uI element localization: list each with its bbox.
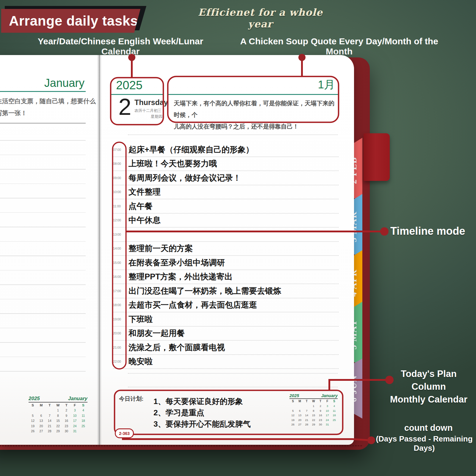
timeline-time: 19:00 [113,317,126,321]
plan-label: 今日计划: [119,395,143,403]
calendar-cell: 27 [296,422,303,427]
page-gutter [97,55,102,445]
calendar-cell [37,408,45,413]
bookmark-ribbon [364,133,390,181]
dotted-rule [128,134,338,135]
timeline-task: 文件整理 [129,187,161,197]
mini-calendar-plan: 2025 January SMTWTFS 1234567891011121314… [289,393,338,427]
cover-stitching [0,445,362,446]
calendar-cell: 24 [71,424,79,429]
mini-calendar-left: 2025 January SMTWTFS 1234567891011121314… [29,396,87,434]
timeline-time: 09:00 [113,176,126,180]
left-divider [0,123,86,123]
calendar-cell: 3 [324,404,331,408]
calendar-cell: 13 [296,413,303,418]
calendar-cell: 13 [37,418,45,424]
timeline-task: 下班啦 [129,314,153,325]
timeline-task: 去超市买一点食材，再去面包店逛逛 [129,300,257,310]
calendar-cell: 11 [331,408,338,413]
timeline-row: 18:00 去超市买一点食材，再去面包店逛逛 [113,298,339,313]
calendar-cells: 1234567891011121314151617181920212223242… [289,404,338,427]
calendar-cell: 22 [310,418,317,422]
timeline-row: 16:00 整理PPT方案，外出快递寄出 [113,270,339,284]
calendar-day-headers: SMTWTFS [289,399,338,404]
calendar-day-header: S [289,399,296,404]
calendar-header: 2025 January [29,396,87,403]
plan-items: 1、每天要保证良好的形象2、学习是重点3、要保持开心不能乱发脾气 [154,396,250,430]
calendar-cell: 18 [79,418,87,424]
left-title-rule [0,91,86,92]
timeline-task: 上班啦！今天也要努力哦 [129,158,217,169]
calendar-cell: 29 [310,422,317,427]
date-day-number: 2 [118,95,131,118]
calendar-day-header: S [331,399,338,404]
countdown-sublabel: (Days Passed - Remaining Days) [374,434,474,453]
daily-quote: 天塌下来，有个高的人帮你杠着，可是你能保证，天塌下来的时候，个 儿高的人没在弯腰… [174,98,337,132]
calendar-day-header: F [71,403,79,408]
timeline-time: 08:00 [113,162,126,165]
calendar-cell: 24 [324,418,331,422]
calendar-cell: 9 [62,413,71,419]
calendar-cell [296,404,303,408]
calendar-cell: 27 [37,429,45,434]
timeline-row: 07:00 起床+早餐（仔细观察自己的形象） [113,143,339,157]
plan-item: 3、要保持开心不能乱发脾气 [154,418,250,430]
timeline-row: 20:00 和朋友一起用餐 [113,327,339,341]
calendar-cell: 23 [317,418,324,422]
feature-label-date: Year/Date/Chinese English Week/Lunar Cal… [18,36,223,57]
timeline-row: 11:00 点午餐 [113,199,339,214]
calendar-cell: 30 [62,429,71,434]
quote-line1: 天塌下来，有个高的人帮你杠着，可是你能保证，天塌下来的时候，个 [174,100,334,118]
calendar-cell: 4 [331,404,338,408]
timeline-task: 中午休息 [129,215,161,226]
calendar-month: January [321,393,338,398]
timeline-task: 和朋友一起用餐 [129,328,185,339]
calendar-cell: 12 [289,413,296,418]
calendar-cell: 31 [324,422,331,427]
calendar-cell: 16 [317,413,324,418]
timeline-row: 17:00 出门没忍住喝了一杯奶茶，晚上需要去锻炼 [113,284,339,298]
calendar-cell: 20 [37,424,45,429]
calendar-year: 2025 [29,396,40,402]
calendar-cell: 29 [54,429,62,434]
calendar-cell: 11 [79,413,87,419]
plan-item: 1、每天要保证良好的形象 [154,396,250,407]
calendar-cell: 7 [303,408,310,413]
calendar-cell: 5 [289,408,296,413]
plan-column-label-line1: Today's Plan Column [401,369,457,392]
calendar-cell: 22 [54,424,62,429]
timeline-task: 整理前一天的方案 [129,243,193,254]
timeline-time: 22:00 [113,360,126,363]
timeline-task: 洗澡之后，敷个面膜看电视 [129,342,225,353]
left-note-line1: 生活空白支票，随自己填，想要什么 [0,97,96,105]
calendar-cell: 31 [71,429,79,434]
calendar-cell [303,404,310,408]
calendar-cell: 23 [62,424,71,429]
calendar-cell: 25 [79,424,87,429]
timeline-time: 18:00 [113,303,126,307]
calendar-cell: 8 [310,408,317,413]
feature-label-quote: A Chicken Soup Quote Every Day/Month of … [231,36,448,57]
timeline-time: 10:00 [113,190,126,194]
calendar-cell: 10 [324,408,331,413]
left-note-line2: 写第一张！ [0,109,27,117]
countdown-label: count down [396,423,461,433]
calendar-day-header: F [324,399,331,404]
timeline-time: 11:00 [113,204,126,208]
calendar-header: 2025 January [289,393,338,399]
calendar-cell: 21 [46,424,54,429]
calendar-cell: 4 [79,408,87,413]
calendar-cell [289,404,296,408]
calendar-month: January [68,396,87,402]
quote-line2: 儿高的人没在弯腰吗？之后，还不是得靠自己！ [174,123,299,130]
calendar-cell: 5 [29,413,37,419]
calendar-day-header: T [317,399,324,404]
timeline-task: 点午餐 [129,201,153,212]
calendar-cell [331,422,338,427]
calendar-cell: 19 [29,424,37,429]
timeline-row: 09:00 每周周列会议，做好会议记录！ [113,171,339,185]
calendar-cell: 14 [303,413,310,418]
calendar-cell: 16 [62,418,71,424]
calendar-cell: 17 [324,413,331,418]
title-banner: Arrange daily tasks [1,9,140,33]
